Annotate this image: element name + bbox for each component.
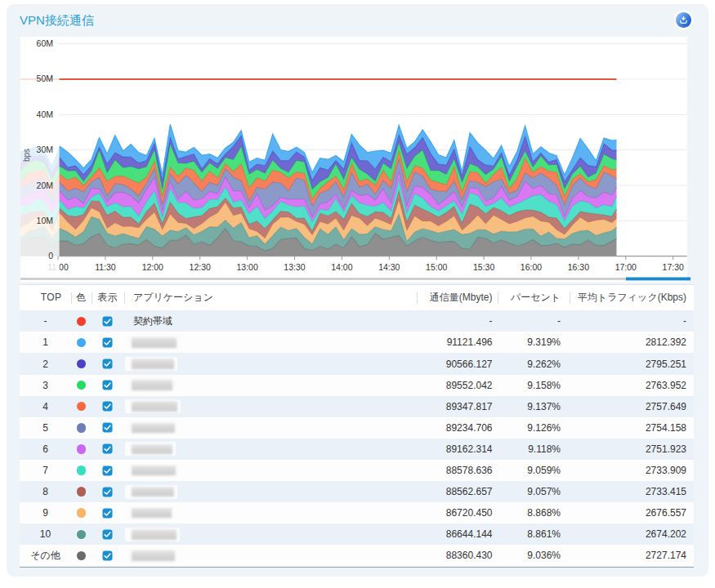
- svg-text:17:00: 17:00: [615, 262, 637, 272]
- svg-text:60M: 60M: [37, 38, 53, 48]
- svg-text:0: 0: [48, 251, 53, 261]
- svg-text:50M: 50M: [37, 74, 53, 83]
- svg-text:10M: 10M: [37, 216, 53, 225]
- svg-text:14:30: 14:30: [378, 262, 400, 272]
- svg-text:13:30: 13:30: [284, 262, 305, 272]
- svg-text:30M: 30M: [37, 145, 53, 154]
- svg-text:11:30: 11:30: [95, 262, 116, 272]
- svg-text:17:30: 17:30: [663, 262, 684, 272]
- svg-text:16:00: 16:00: [521, 262, 542, 272]
- svg-text:12:30: 12:30: [190, 262, 211, 272]
- svg-text:15:00: 15:00: [426, 262, 447, 272]
- svg-text:20M: 20M: [37, 180, 53, 190]
- svg-text:16:30: 16:30: [568, 262, 589, 272]
- svg-text:12:00: 12:00: [142, 262, 163, 272]
- svg-text:14:00: 14:00: [331, 262, 352, 272]
- svg-text:bps: bps: [22, 149, 31, 162]
- svg-text:15:30: 15:30: [473, 262, 494, 272]
- svg-text:40M: 40M: [37, 109, 53, 119]
- svg-text:13:00: 13:00: [236, 262, 257, 272]
